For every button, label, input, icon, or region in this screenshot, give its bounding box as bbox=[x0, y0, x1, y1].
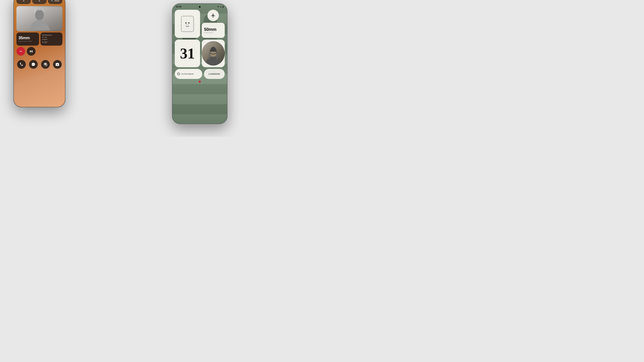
wifi-icon: ▼ bbox=[217, 5, 219, 8]
widget-date-31[interactable]: 31 bbox=[175, 39, 200, 67]
face-id-svg bbox=[184, 19, 191, 28]
right-phone-screen: 10:20 ▼ ▲ ▮ bbox=[172, 4, 227, 124]
messages-icon bbox=[31, 62, 36, 66]
top-buttons-row: S E 🔦 Torch bbox=[14, 0, 65, 5]
widget-50mm-title: 50mm bbox=[204, 27, 222, 31]
svg-point-10 bbox=[45, 64, 46, 65]
svg-line-20 bbox=[178, 73, 180, 75]
btn-s[interactable]: S bbox=[16, 0, 31, 4]
widget-35mm-sub: ARCHITECTURE bbox=[18, 40, 37, 42]
london-label: LONDON bbox=[209, 73, 220, 75]
weather-day: WEDNESDAY 31 JUL SUNNY ☀ 21° bbox=[42, 34, 61, 44]
app-dock bbox=[14, 58, 65, 70]
minus-icon bbox=[19, 50, 22, 53]
dnd-label: Do Not Disturb bbox=[182, 73, 194, 75]
circle-buttons-row bbox=[14, 47, 65, 56]
torch-icon: 🔦 bbox=[51, 0, 54, 2]
svg-point-1 bbox=[35, 10, 44, 20]
widgets-row-1: 50mm PORTRAIT bbox=[175, 10, 225, 38]
status-icons: ▼ ▲ ▮ bbox=[217, 5, 224, 8]
svg-point-5 bbox=[32, 50, 33, 52]
photo-circle-inner bbox=[202, 41, 225, 65]
widget-photo-circle[interactable] bbox=[202, 39, 225, 67]
dock-chrome[interactable] bbox=[41, 60, 50, 69]
airpods-icon bbox=[29, 50, 33, 53]
svg-point-15 bbox=[188, 24, 188, 25]
photo-placeholder bbox=[16, 6, 62, 31]
widgets-row-3: Do Not Disturb LONDON bbox=[175, 69, 225, 79]
right-col-top: 50mm PORTRAIT bbox=[202, 10, 225, 38]
widget-50mm[interactable]: 50mm PORTRAIT bbox=[202, 23, 225, 38]
date-number: 31 bbox=[180, 46, 195, 61]
camera-icon bbox=[55, 62, 59, 66]
chrome-icon bbox=[44, 62, 48, 66]
dock-messages[interactable] bbox=[29, 60, 38, 69]
headgear-portrait-svg bbox=[202, 41, 225, 65]
portrait-svg bbox=[16, 6, 62, 31]
svg-point-3 bbox=[30, 50, 31, 52]
phone-icon bbox=[20, 62, 24, 66]
widget-face-id[interactable] bbox=[175, 10, 200, 38]
widgets-row-4 bbox=[175, 81, 225, 83]
dock-camera[interactable] bbox=[53, 60, 62, 69]
phone-left: S E 🔦 Torch bbox=[14, 0, 66, 107]
signal-icon: ▲ bbox=[220, 5, 222, 8]
svg-point-8 bbox=[33, 64, 34, 64]
widget-dnd[interactable]: Do Not Disturb bbox=[175, 69, 202, 79]
widgets-row-2: 31 bbox=[175, 39, 225, 67]
dnd-icon bbox=[177, 72, 180, 75]
battery-icon: ▮ bbox=[222, 5, 224, 8]
widget-35mm[interactable]: 35mm ARCHITECTURE bbox=[16, 32, 39, 45]
btn-e[interactable]: E bbox=[32, 0, 46, 4]
widget-london[interactable]: LONDON bbox=[204, 69, 225, 79]
svg-point-14 bbox=[186, 24, 187, 25]
widget-50mm-sub: PORTRAIT bbox=[204, 32, 222, 33]
widget-airplane[interactable] bbox=[208, 10, 219, 21]
svg-point-7 bbox=[32, 64, 33, 64]
svg-point-13 bbox=[188, 22, 189, 23]
minus-button[interactable] bbox=[16, 47, 25, 56]
dock-phone[interactable] bbox=[17, 60, 26, 69]
left-phone-screen: S E 🔦 Torch bbox=[14, 0, 65, 107]
phones-container: S E 🔦 Torch bbox=[0, 0, 244, 137]
airpods-button[interactable] bbox=[27, 47, 36, 56]
widgets-row: 35mm ARCHITECTURE WEDNESDAY 31 JUL SUNNY… bbox=[14, 32, 65, 45]
svg-point-11 bbox=[57, 64, 58, 65]
camera-dot bbox=[199, 6, 200, 8]
status-time: 10:20 bbox=[176, 5, 181, 8]
widget-weather[interactable]: WEDNESDAY 31 JUL SUNNY ☀ 21° bbox=[40, 32, 62, 45]
btn-torch[interactable]: 🔦 Torch bbox=[48, 0, 62, 4]
widget-35mm-title: 35mm bbox=[18, 36, 37, 40]
face-id-icon bbox=[181, 16, 194, 32]
red-dot-indicator bbox=[199, 81, 201, 83]
svg-point-9 bbox=[34, 64, 34, 64]
widgets-area: 50mm PORTRAIT 31 bbox=[172, 9, 227, 84]
svg-rect-2 bbox=[20, 51, 22, 52]
photo-widget bbox=[16, 6, 62, 31]
sun-icon: ☀ bbox=[42, 41, 44, 44]
svg-point-12 bbox=[186, 22, 186, 23]
airplane-icon bbox=[211, 13, 216, 18]
phone-right: 10:20 ▼ ▲ ▮ bbox=[172, 3, 228, 124]
